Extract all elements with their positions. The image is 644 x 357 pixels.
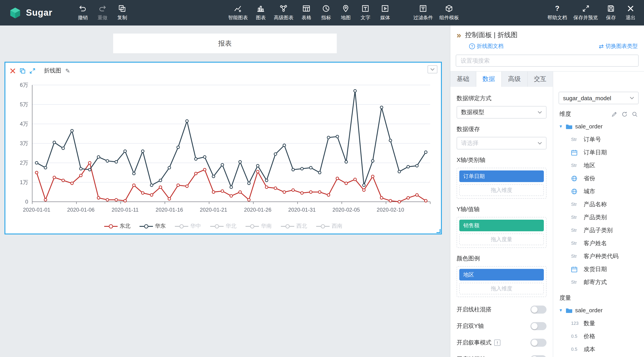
- widget-menu-button[interactable]: [428, 65, 438, 73]
- toggle-switch[interactable]: [530, 339, 546, 347]
- folder-sale_order[interactable]: ▾sale_order: [558, 120, 639, 133]
- field-item-发货日期[interactable]: 发货日期: [558, 262, 639, 276]
- legend-item-华东[interactable]: 华东: [139, 222, 166, 230]
- field-label: 邮寄方式: [584, 278, 607, 286]
- binding-label: 数据绑定方式: [456, 94, 546, 102]
- caret-down-icon: ▾: [558, 124, 563, 129]
- tab-basic[interactable]: 基础: [450, 72, 476, 87]
- edit-icon[interactable]: [611, 111, 617, 117]
- nav-map[interactable]: 地图: [336, 4, 356, 21]
- field-type-badge: Str: [571, 163, 577, 168]
- field-type-badge: Str: [571, 241, 577, 246]
- nav-label: 图表: [256, 14, 266, 21]
- nav-label: 保存: [606, 14, 616, 21]
- field-item-订单日期[interactable]: 订单日期: [558, 146, 639, 159]
- nav-label: 地图: [341, 14, 350, 21]
- chart-doc-link[interactable]: ? 折线图文档: [469, 42, 504, 50]
- toggle-switch[interactable]: [530, 355, 546, 357]
- nav-component-template[interactable]: 组件模板: [436, 4, 462, 21]
- nav-label: 高级图表: [274, 14, 294, 21]
- svg-text:2020-01-16: 2020-01-16: [156, 207, 183, 213]
- toggle-list: 开启线柱混搭开启双Y轴开启叙事模式!开启时间轴: [456, 306, 546, 357]
- legend-item-华南[interactable]: 华南: [245, 222, 272, 230]
- field-item-成本[interactable]: 0.5成本: [558, 343, 639, 356]
- legend-item-西北[interactable]: 西北: [281, 222, 307, 230]
- calendar-icon: [571, 266, 577, 272]
- svg-text:4万: 4万: [20, 121, 28, 127]
- search-icon[interactable]: [632, 111, 638, 117]
- field-item-地区[interactable]: Str地区: [558, 159, 639, 172]
- field-item-产品子类别[interactable]: Str产品子类别: [558, 224, 639, 237]
- legend-field-pill[interactable]: 地区: [459, 269, 544, 280]
- nav-advanced-chart[interactable]: 高级图表: [270, 4, 296, 21]
- settings-search-input[interactable]: [456, 54, 639, 67]
- nav-metric[interactable]: 指标: [316, 4, 336, 21]
- edit-title-icon[interactable]: ✎: [65, 67, 70, 74]
- field-item-数量[interactable]: 123数量: [558, 317, 639, 330]
- field-type-badge: Str: [571, 215, 577, 220]
- field-item-城市[interactable]: 城市: [558, 185, 639, 198]
- field-type-badge: 0.5: [571, 347, 577, 352]
- report-canvas[interactable]: 报表 折线图 ✎ 01万2万3万4万5万6万2020-01-012020-01-…: [0, 26, 450, 357]
- field-item-邮寄方式[interactable]: Str邮寄方式: [558, 276, 639, 288]
- app-logo[interactable]: Sugar: [0, 6, 61, 19]
- tab-interaction[interactable]: 交互: [528, 72, 553, 87]
- nav-media[interactable]: 媒体: [375, 4, 395, 21]
- nav-undo[interactable]: 撤销: [73, 4, 92, 21]
- exit-icon: [626, 4, 634, 12]
- legend-item-东北[interactable]: 东北: [104, 222, 130, 230]
- nav-redo[interactable]: 重做: [92, 4, 112, 21]
- panel-header: » 控制面板 | 折线图 ? 折线图文档 ⇄ 切换图表类型: [450, 26, 644, 53]
- x-axis-field-pill[interactable]: 订单日期: [459, 170, 544, 182]
- tab-advanced[interactable]: 高级: [502, 72, 528, 87]
- delete-widget-icon[interactable]: [10, 68, 16, 74]
- toggle-switch[interactable]: [530, 306, 546, 314]
- nav-text[interactable]: 文字: [356, 4, 375, 21]
- field-item-省份[interactable]: 省份: [558, 172, 639, 185]
- nav-save[interactable]: 保存: [601, 4, 621, 21]
- nav-smart-chart[interactable]: 智能图表: [225, 4, 251, 21]
- legend-label: 华东: [155, 222, 166, 230]
- nav-label: 组件模板: [439, 14, 459, 21]
- field-item-客户姓名[interactable]: Str客户姓名: [558, 237, 639, 250]
- line-chart[interactable]: 01万2万3万4万5万6万2020-01-012020-01-062020-01…: [10, 79, 435, 222]
- cache-select[interactable]: 请选择: [456, 137, 546, 150]
- legend-item-华中[interactable]: 华中: [175, 222, 201, 230]
- nav-exit[interactable]: 退出: [621, 4, 640, 21]
- field-item-销售额[interactable]: 0.5销售额: [558, 356, 639, 357]
- nav-table[interactable]: 表格: [296, 4, 316, 21]
- collapse-panel-icon[interactable]: »: [456, 31, 461, 39]
- field-item-客户种类代码[interactable]: Str客户种类代码: [558, 250, 639, 262]
- toggle-switch[interactable]: [530, 322, 546, 330]
- field-item-产品类别[interactable]: Str产品类别: [558, 211, 639, 224]
- cache-placeholder: 请选择: [461, 139, 478, 147]
- field-item-价格[interactable]: 0.5价格: [558, 330, 639, 343]
- resize-handle[interactable]: [436, 229, 440, 233]
- fullscreen-widget-icon[interactable]: [30, 68, 35, 74]
- legend-item-西南[interactable]: 西南: [316, 222, 342, 230]
- tab-data[interactable]: 数据: [476, 72, 502, 87]
- template-icon: [445, 4, 453, 12]
- field-item-订单号[interactable]: Str订单号: [558, 133, 639, 146]
- y-axis-field-pill[interactable]: 销售额: [459, 220, 544, 231]
- report-title[interactable]: 报表: [113, 34, 337, 53]
- nav-filter[interactable]: 过滤条件: [410, 4, 436, 21]
- refresh-icon[interactable]: [622, 111, 628, 117]
- nav-help-doc[interactable]: ? 帮助文档: [544, 4, 570, 21]
- copy-widget-icon[interactable]: [20, 68, 26, 74]
- legend-item-华北[interactable]: 华北: [210, 222, 236, 230]
- nav-chart[interactable]: 图表: [251, 4, 270, 21]
- nav-label: 帮助文档: [548, 14, 567, 21]
- field-item-产品名称[interactable]: Str产品名称: [558, 198, 639, 211]
- folder-sale_order[interactable]: ▾sale_order: [558, 304, 639, 317]
- binding-select[interactable]: 数据模型: [456, 106, 546, 118]
- line-chart-widget[interactable]: 折线图 ✎ 01万2万3万4万5万6万2020-01-012020-01-062…: [4, 62, 442, 234]
- nav-save-preview[interactable]: 保存并预览: [570, 4, 601, 21]
- warning-badge: !: [494, 340, 500, 346]
- data-model-select[interactable]: sugar_data_model: [558, 92, 639, 104]
- nav-copy[interactable]: 复制: [112, 4, 132, 21]
- advanced-chart-icon: [280, 4, 288, 12]
- switch-chart-type-link[interactable]: ⇄ 切换图表类型: [599, 42, 638, 50]
- legend-marker: [175, 224, 188, 228]
- svg-text:3万: 3万: [20, 140, 28, 146]
